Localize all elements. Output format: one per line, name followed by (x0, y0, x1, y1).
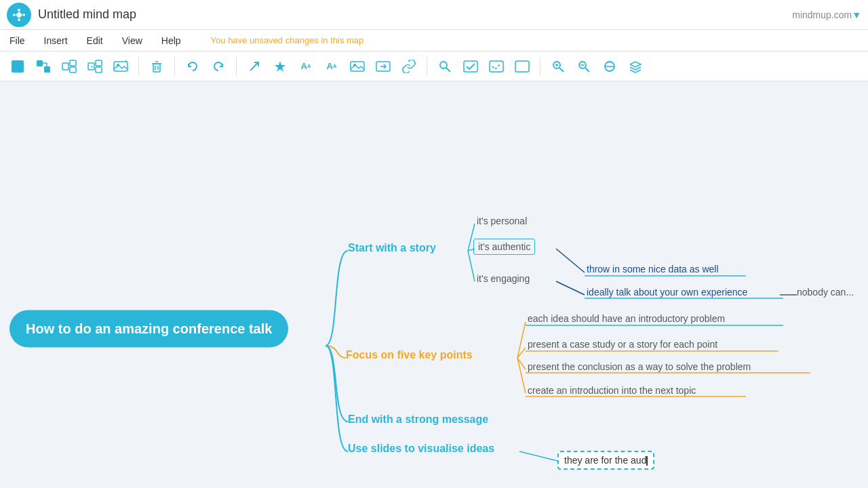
redo-button[interactable] (208, 56, 229, 77)
central-node[interactable]: How to do an amazing conference talk (9, 310, 288, 348)
svg-rect-37 (464, 61, 477, 72)
svg-line-41 (559, 68, 564, 72)
branch-slides[interactable]: Use slides to visualise ideas (348, 443, 494, 455)
check1-button[interactable] (460, 56, 481, 77)
search-button[interactable] (434, 56, 456, 77)
link-button[interactable] (398, 56, 420, 77)
mindmap-canvas[interactable]: How to do an amazing conference talk Sta… (0, 81, 868, 488)
font-smaller-button[interactable]: AA (321, 56, 342, 77)
svg-line-57 (517, 358, 526, 369)
check3-button[interactable] (511, 56, 533, 77)
leaf-experience[interactable]: ideally talk about your own experience (587, 287, 747, 298)
svg-point-4 (13, 14, 16, 16)
toolbar-sep-5 (540, 57, 540, 76)
toolbar-sep-3 (236, 57, 237, 76)
svg-text:+: + (125, 60, 127, 64)
svg-rect-9 (12, 60, 24, 73)
svg-line-45 (585, 68, 589, 72)
editing-node[interactable]: they are for the aud (557, 451, 654, 470)
branch-message[interactable]: End with a strong message (348, 413, 488, 426)
svg-line-53 (556, 281, 585, 295)
svg-rect-18 (96, 60, 102, 66)
svg-line-36 (446, 68, 450, 72)
delete-button[interactable] (146, 56, 167, 77)
svg-line-58 (517, 358, 526, 393)
font-larger-button[interactable]: AA (295, 56, 317, 77)
leaf-data[interactable]: throw in some nice data as well (587, 264, 719, 274)
undo-button[interactable] (182, 56, 203, 77)
svg-line-29 (250, 62, 258, 70)
svg-rect-19 (96, 67, 102, 73)
svg-rect-14 (62, 63, 68, 70)
expand-button[interactable]: + (84, 56, 106, 77)
text-cursor (646, 456, 648, 466)
image-button[interactable]: + (110, 56, 132, 77)
svg-line-52 (556, 249, 585, 272)
connector-lines (0, 81, 868, 488)
svg-line-55 (517, 322, 526, 358)
svg-rect-39 (515, 61, 529, 72)
svg-rect-11 (44, 66, 50, 73)
menu-view[interactable]: View (119, 34, 145, 47)
svg-marker-30 (275, 61, 285, 72)
layers-button[interactable] (625, 56, 646, 77)
style-button[interactable] (269, 56, 291, 77)
zoom-reset-button[interactable] (599, 56, 620, 77)
leaf-personal[interactable]: it's personal (477, 216, 527, 226)
svg-rect-16 (70, 67, 76, 73)
svg-point-35 (440, 62, 447, 68)
leaf-nobody: nobody can... (797, 287, 854, 298)
branch-story[interactable]: Start with a story (348, 242, 436, 254)
add-child-button[interactable] (33, 56, 54, 77)
menu-help[interactable]: Help (159, 34, 184, 47)
svg-line-51 (468, 251, 475, 281)
unsaved-message: You have unsaved changes in this map (211, 35, 364, 45)
svg-line-65 (519, 451, 557, 461)
arrow-button[interactable] (243, 56, 265, 77)
svg-line-56 (517, 348, 526, 358)
leaf-engaging[interactable]: it's engaging (477, 273, 530, 284)
svg-rect-24 (153, 64, 160, 72)
toolbar: + + AA AA (0, 52, 868, 81)
menu-file[interactable]: File (7, 34, 28, 47)
svg-rect-15 (70, 60, 76, 66)
zoom-out-button[interactable] (573, 56, 595, 77)
svg-rect-10 (37, 60, 43, 66)
svg-text:+: + (90, 64, 94, 70)
svg-rect-38 (490, 61, 503, 72)
svg-point-2 (23, 14, 26, 16)
app-title: Untitled mind map (38, 7, 792, 22)
topbar: Untitled mind map mindmup.com▼ (0, 0, 868, 30)
toolbar-sep-2 (174, 57, 175, 76)
svg-point-1 (18, 8, 20, 11)
export-button[interactable] (372, 56, 394, 77)
menubar: File Insert Edit View Help You have unsa… (0, 30, 868, 52)
leaf-case-study[interactable]: present a case study or a story for each… (528, 339, 717, 350)
svg-point-3 (18, 18, 20, 21)
branch-keypoints[interactable]: Focus on five key points (346, 349, 473, 361)
authentic-node[interactable]: it's authentic (473, 239, 535, 255)
add-node-button[interactable] (7, 56, 28, 77)
leaf-authentic: it's authentic (478, 241, 530, 252)
mindmup-brand: mindmup.com▼ (792, 9, 861, 20)
check2-button[interactable] (486, 56, 507, 77)
leaf-next-topic[interactable]: create an introduction into the next top… (528, 385, 696, 396)
toolbar-sep-1 (138, 57, 139, 76)
toolbar-sep-4 (427, 57, 427, 76)
menu-insert[interactable]: Insert (41, 34, 71, 47)
svg-point-0 (16, 12, 21, 17)
leaf-conclusion[interactable]: present the conclusion as a way to solve… (528, 361, 751, 372)
insert-image-button[interactable] (347, 56, 368, 77)
leaf-introductory[interactable]: each idea should have an introductory pr… (528, 313, 725, 324)
menu-edit[interactable]: Edit (84, 34, 106, 47)
app-logo (7, 3, 31, 27)
zoom-in-button[interactable] (547, 56, 569, 77)
collapse-button[interactable] (58, 56, 80, 77)
